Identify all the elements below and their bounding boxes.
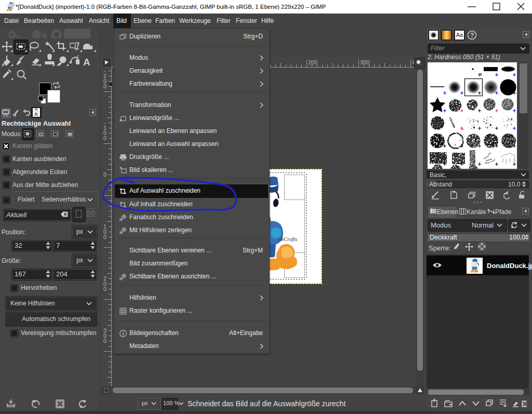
svg-text:300: 300: [360, 59, 369, 65]
svg-text:A: A: [83, 57, 90, 68]
svg-text:0: 0: [103, 338, 107, 344]
svg-text:0: 0: [103, 286, 107, 292]
svg-text:0: 0: [103, 234, 107, 240]
svg-text:0: 0: [103, 135, 107, 141]
svg-text:?: ?: [470, 32, 474, 39]
svg-text:0: 0: [103, 83, 107, 89]
svg-text:200: 200: [308, 59, 317, 65]
